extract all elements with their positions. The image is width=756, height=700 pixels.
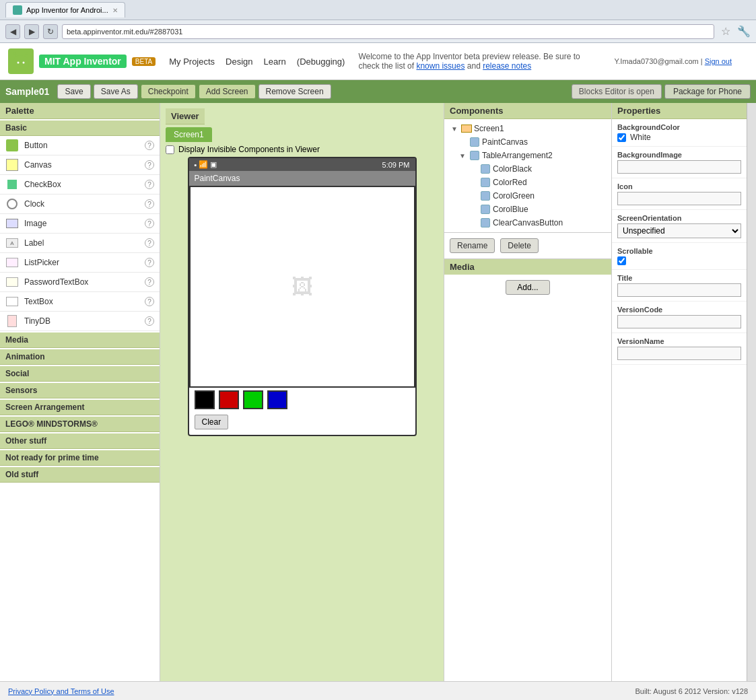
palette-item-passwordtextbox[interactable]: PasswordTextBox ?: [0, 273, 160, 292]
palette-section-media[interactable]: Media: [0, 332, 160, 348]
clock-label: Clock: [24, 199, 145, 209]
passwordtextbox-help[interactable]: ?: [145, 277, 154, 287]
prop-version-name: VersionName 1.0: [612, 333, 747, 365]
sign-out-link[interactable]: Sign out: [705, 57, 732, 65]
listpicker-label: ListPicker: [24, 258, 145, 267]
label-help[interactable]: ?: [145, 238, 154, 248]
palette-section-oldstuff[interactable]: Old stuff: [0, 467, 160, 483]
phone-canvas[interactable]: 🖼: [189, 186, 415, 388]
color-red-button[interactable]: [219, 390, 239, 409]
palette-item-canvas[interactable]: Canvas ?: [0, 155, 160, 175]
comp-item-screen1[interactable]: ▼ Screen1: [447, 122, 609, 135]
address-bar[interactable]: beta.appinventor.mit.edu/#2887031: [62, 24, 714, 39]
title-input[interactable]: PaintCanvas: [617, 283, 741, 297]
color-green-button[interactable]: [243, 390, 263, 409]
refresh-button[interactable]: ↻: [43, 24, 58, 39]
icon-corolblue: [480, 204, 491, 215]
label-corolblue: CorolBlue: [493, 205, 528, 214]
clear-button[interactable]: Clear: [195, 415, 229, 429]
comp-item-corolgreen[interactable]: CorolGreen: [447, 189, 609, 203]
save-as-button[interactable]: Save As: [94, 84, 138, 99]
palette-section-animation[interactable]: Animation: [0, 349, 160, 365]
nav-myprojects[interactable]: My Projects: [169, 57, 215, 67]
palette-section-social[interactable]: Social: [0, 366, 160, 382]
forward-button[interactable]: ▶: [24, 24, 39, 39]
label-paintcanvas: PaintCanvas: [482, 137, 528, 147]
screen-tab[interactable]: Screen1: [166, 127, 438, 142]
checkbox-help[interactable]: ?: [145, 180, 154, 189]
bg-color-checkbox[interactable]: [617, 133, 626, 142]
comp-item-colorred[interactable]: ColorRed: [447, 176, 609, 189]
display-invisible-label: Display Invisible Components in Viewer: [178, 145, 320, 154]
palette-item-tinydb[interactable]: TinyDB ?: [0, 312, 160, 331]
rename-button[interactable]: Rename: [450, 238, 495, 253]
release-notes-link[interactable]: release notes: [483, 61, 531, 71]
known-issues-link[interactable]: known issues: [416, 61, 465, 71]
remove-screen-button[interactable]: Remove Screen: [259, 84, 331, 99]
bookmark-icon[interactable]: ☆: [721, 25, 730, 38]
scrollable-checkbox[interactable]: [617, 256, 626, 265]
tinydb-help[interactable]: ?: [145, 316, 154, 326]
toggle-screen1[interactable]: ▼: [450, 124, 459, 133]
palette-item-textbox[interactable]: TextBox ?: [0, 292, 160, 312]
blocks-editor-button[interactable]: Blocks Editor is open: [572, 84, 662, 99]
palette-section-notready[interactable]: Not ready for prime time: [0, 450, 160, 466]
bg-image-input[interactable]: None...: [617, 160, 741, 174]
comp-item-colorblack[interactable]: ColorBlack: [447, 162, 609, 176]
screen-tab-label[interactable]: Screen1: [166, 127, 212, 142]
palette-item-image[interactable]: Image ?: [0, 214, 160, 234]
save-button[interactable]: Save: [57, 84, 90, 99]
icon-paintcanvas: [469, 137, 480, 147]
icon-input[interactable]: None...: [617, 192, 741, 205]
display-invisible-checkbox[interactable]: [166, 145, 174, 154]
toggle-corolblue: [469, 205, 478, 214]
screen-orient-label: ScreenOrientation: [617, 214, 741, 222]
components-panel: Components ▼ Screen1 PaintCanvas ▼ Table…: [444, 103, 612, 681]
version-code-input[interactable]: 1: [617, 315, 741, 328]
button-help[interactable]: ?: [145, 141, 154, 150]
comp-item-tablearrangement2[interactable]: ▼ TableArrangement2: [447, 149, 609, 162]
browser-tab[interactable]: App Inventor for Androi... ✕: [5, 2, 125, 18]
privacy-policy-link[interactable]: Privacy Policy and Terms of Use: [8, 687, 114, 695]
add-screen-button[interactable]: Add Screen: [199, 84, 256, 99]
header-user: Y.Imada0730@gmail.com | Sign out: [614, 57, 732, 65]
palette-section-basic[interactable]: Basic: [0, 120, 160, 136]
palette-section-screen-arrangement[interactable]: Screen Arrangement: [0, 400, 160, 415]
comp-item-paintcanvas[interactable]: PaintCanvas: [447, 135, 609, 149]
package-phone-button[interactable]: Package for Phone: [664, 84, 751, 99]
bg-image-label: BackgroundImage: [617, 151, 741, 159]
color-black-button[interactable]: [195, 390, 215, 409]
color-blue-button[interactable]: [267, 390, 287, 409]
toggle-tablearrangement2[interactable]: ▼: [458, 151, 467, 160]
palette-section-other[interactable]: Other stuff: [0, 433, 160, 449]
clock-help[interactable]: ?: [145, 199, 154, 209]
nav-learn[interactable]: Learn: [264, 57, 286, 67]
delete-button[interactable]: Delete: [500, 238, 539, 253]
back-button[interactable]: ◀: [5, 24, 20, 39]
palette-item-button[interactable]: Button ?: [0, 136, 160, 155]
palette-item-clock[interactable]: Clock ?: [0, 195, 160, 214]
right-scrollbar[interactable]: [747, 103, 756, 681]
nav-design[interactable]: Design: [226, 57, 252, 67]
comp-item-clearcanvasbutton[interactable]: ClearCanvasButton: [447, 216, 609, 230]
tab-close-icon[interactable]: ✕: [112, 7, 118, 14]
palette-item-listpicker[interactable]: ListPicker ?: [0, 253, 160, 273]
textbox-help[interactable]: ?: [145, 297, 154, 306]
listpicker-help[interactable]: ?: [145, 258, 154, 267]
label-tablearrangement2: TableArrangement2: [482, 151, 553, 160]
palette-section-lego[interactable]: LEGO® MINDSTORMS®: [0, 417, 160, 432]
version-name-input[interactable]: 1.0: [617, 347, 741, 360]
properties-panel: Properties BackgroundColor White Backgro…: [612, 103, 747, 681]
add-media-button[interactable]: Add...: [506, 280, 549, 295]
palette-item-checkbox[interactable]: CheckBox ?: [0, 175, 160, 195]
tools-icon[interactable]: 🔧: [737, 25, 751, 38]
image-help[interactable]: ?: [145, 219, 154, 228]
label-corolgreen: CorolGreen: [493, 191, 535, 201]
canvas-help[interactable]: ?: [145, 160, 154, 170]
nav-debugging[interactable]: (Debugging): [297, 57, 345, 67]
palette-item-label[interactable]: A Label ?: [0, 234, 160, 253]
screen-orientation-select[interactable]: Unspecified Portrait Landscape Sensor Us…: [617, 223, 741, 238]
comp-item-corolblue[interactable]: CorolBlue: [447, 203, 609, 216]
checkpoint-button[interactable]: Checkpoint: [141, 84, 196, 99]
palette-section-sensors[interactable]: Sensors: [0, 383, 160, 398]
